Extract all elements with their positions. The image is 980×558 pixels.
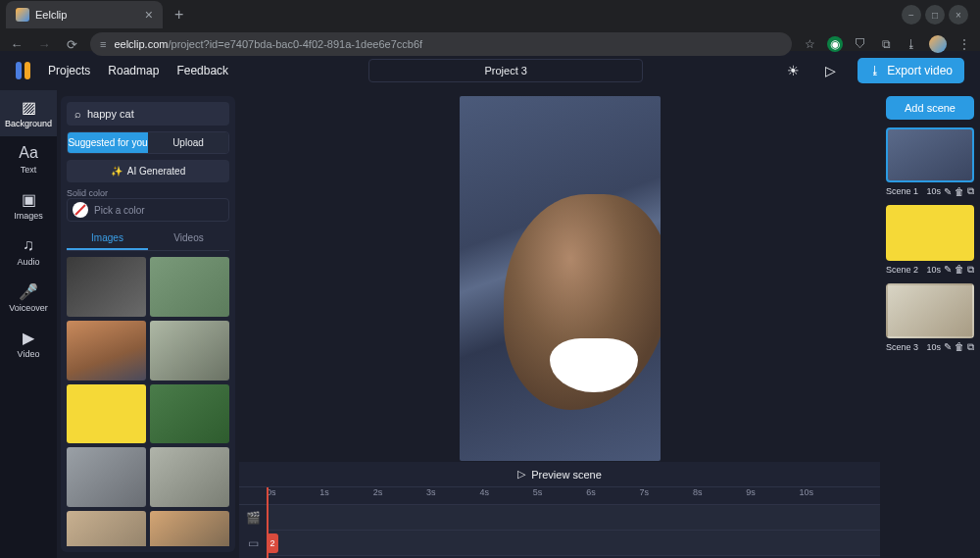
- timeline-tick: 10s: [800, 487, 853, 504]
- maximize-button[interactable]: □: [925, 5, 945, 25]
- back-button[interactable]: ←: [8, 37, 25, 52]
- asset-thumbnail[interactable]: [67, 257, 146, 317]
- tab-title: Eelclip: [35, 9, 67, 21]
- scenes-panel: Add scene Scene 110s✎🗑⧉Scene 210s✎🗑⧉Scen…: [880, 90, 980, 558]
- profile-icon[interactable]: [929, 35, 947, 53]
- site-info-icon[interactable]: ≡: [100, 38, 106, 50]
- timeline-tick: 4s: [479, 487, 532, 504]
- tool-label: Background: [5, 119, 52, 128]
- tool-voiceover[interactable]: 🎤Voiceover: [0, 275, 57, 321]
- search-box[interactable]: ⌕: [67, 102, 229, 126]
- browser-chrome: Eelclip × + − □ × ← → ⟳ ≡ eelclip.com/pr…: [0, 0, 980, 51]
- play-icon[interactable]: ▷: [821, 59, 840, 82]
- timeline-tick: 2s: [373, 487, 426, 504]
- timeline-tick: 8s: [693, 487, 746, 504]
- canvas-preview[interactable]: [460, 96, 661, 461]
- scene-duration: 10s: [926, 342, 941, 352]
- pick-color-label: Pick a color: [94, 205, 145, 216]
- asset-thumbnail[interactable]: [150, 384, 229, 444]
- duplicate-icon[interactable]: ⧉: [967, 264, 974, 276]
- nav-feedback[interactable]: Feedback: [176, 64, 228, 77]
- scene-thumbnail: [886, 127, 974, 182]
- asset-thumbnail[interactable]: [67, 447, 146, 507]
- tool-audio[interactable]: ♫Audio: [0, 228, 57, 275]
- timeline[interactable]: 0s1s2s3s4s5s6s7s8s9s10s 🎬 ▭ 2: [239, 487, 880, 558]
- downloads-icon[interactable]: ⭳: [904, 36, 919, 52]
- new-tab-button[interactable]: +: [167, 4, 191, 25]
- timeline-tick: 0s: [267, 487, 319, 504]
- favicon-icon: [16, 8, 29, 22]
- extensions-icon[interactable]: ⧉: [878, 36, 894, 52]
- forward-button[interactable]: →: [35, 37, 53, 52]
- extension-icon[interactable]: ◉: [827, 36, 843, 52]
- browser-tab[interactable]: Eelclip ×: [6, 1, 163, 28]
- tool-icon: ▨: [22, 98, 36, 116]
- tool-label: Audio: [17, 257, 39, 267]
- timeline-tick: 9s: [746, 487, 799, 504]
- tab-upload[interactable]: Upload: [148, 132, 228, 153]
- scene-name: Scene 3: [886, 342, 923, 352]
- playhead[interactable]: [267, 487, 269, 558]
- delete-icon[interactable]: 🗑: [955, 341, 964, 352]
- timeline-tick: 1s: [319, 487, 372, 504]
- asset-thumbnail[interactable]: [150, 257, 229, 317]
- duplicate-icon[interactable]: ⧉: [967, 341, 974, 353]
- asset-thumbnail[interactable]: [67, 384, 146, 444]
- delete-icon[interactable]: 🗑: [955, 186, 964, 197]
- search-input[interactable]: [87, 108, 222, 120]
- address-bar[interactable]: ≡ eelclip.com/project?id=e7407bda-bac0-4…: [90, 32, 792, 56]
- add-scene-button[interactable]: Add scene: [886, 96, 974, 120]
- tool-rail: ▨BackgroundAaText▣Images♫Audio🎤Voiceover…: [0, 90, 57, 558]
- menu-icon[interactable]: ⋮: [956, 36, 972, 52]
- scene-duration: 10s: [926, 265, 941, 275]
- delete-icon[interactable]: 🗑: [955, 264, 964, 275]
- asset-thumbnail[interactable]: [67, 321, 146, 380]
- tool-text[interactable]: AaText: [0, 136, 57, 182]
- tool-icon: ▣: [22, 190, 36, 208]
- tool-background[interactable]: ▨Background: [0, 90, 57, 136]
- timeline-tick: 5s: [533, 487, 586, 504]
- export-label: Export video: [887, 64, 953, 77]
- subtab-images[interactable]: Images: [67, 228, 148, 250]
- scene-card[interactable]: Scene 210s✎🗑⧉: [886, 205, 974, 275]
- close-tab-icon[interactable]: ×: [145, 7, 153, 23]
- download-icon: ⭳: [869, 64, 881, 77]
- export-button[interactable]: ⭳ Export video: [858, 58, 964, 83]
- scene-card[interactable]: Scene 110s✎🗑⧉: [886, 127, 974, 197]
- bookmark-icon[interactable]: ☆: [802, 36, 817, 52]
- clapperboard-icon: 🎬: [245, 510, 261, 526]
- theme-toggle-icon[interactable]: ☀: [783, 59, 804, 82]
- tool-images[interactable]: ▣Images: [0, 182, 57, 228]
- timeline-row-video[interactable]: 🎬: [267, 505, 880, 531]
- timeline-row-text[interactable]: ▭ 2: [267, 531, 880, 556]
- preview-scene-button[interactable]: ▷ Preview scene: [239, 462, 880, 487]
- asset-thumbnail[interactable]: [150, 511, 229, 546]
- asset-thumbnail[interactable]: [67, 511, 146, 546]
- tab-suggested[interactable]: Suggested for you: [68, 132, 148, 153]
- edit-icon[interactable]: ✎: [944, 186, 952, 197]
- tool-icon: ♫: [23, 236, 34, 254]
- tool-video[interactable]: ▶Video: [0, 321, 57, 367]
- scene-duration: 10s: [926, 186, 941, 196]
- search-icon: ⌕: [74, 108, 81, 120]
- scene-card[interactable]: Scene 310s✎🗑⧉: [886, 283, 974, 353]
- edit-icon[interactable]: ✎: [944, 341, 952, 352]
- scene-thumbnail: [886, 283, 974, 338]
- nav-projects[interactable]: Projects: [48, 64, 90, 77]
- tool-label: Voiceover: [9, 303, 48, 313]
- scene-name: Scene 2: [886, 265, 923, 275]
- ai-generated-button[interactable]: ✨ AI Generated: [67, 160, 229, 182]
- nav-roadmap[interactable]: Roadmap: [108, 64, 159, 77]
- minimize-button[interactable]: −: [902, 5, 921, 25]
- color-picker[interactable]: Pick a color: [67, 198, 229, 222]
- blocker-icon[interactable]: ⛉: [853, 36, 868, 52]
- duplicate-icon[interactable]: ⧉: [967, 185, 974, 197]
- project-title-input[interactable]: Project 3: [368, 59, 643, 82]
- logo[interactable]: [16, 62, 30, 79]
- subtab-videos[interactable]: Videos: [148, 228, 229, 250]
- reload-button[interactable]: ⟳: [63, 37, 80, 52]
- asset-thumbnail[interactable]: [150, 447, 229, 507]
- close-window-button[interactable]: ×: [949, 5, 968, 25]
- asset-thumbnail[interactable]: [150, 321, 229, 380]
- edit-icon[interactable]: ✎: [944, 264, 952, 275]
